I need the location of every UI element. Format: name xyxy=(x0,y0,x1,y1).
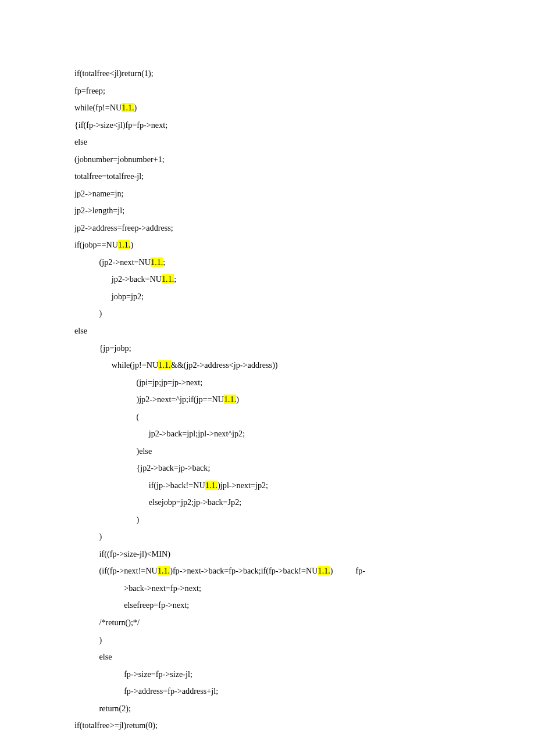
highlighted-text: 1.1. xyxy=(122,103,134,112)
highlighted-text: 1.1. xyxy=(205,481,217,490)
code-line: jp2->back=NU1.1.; xyxy=(74,271,465,288)
highlighted-text: 1.1. xyxy=(158,566,170,575)
code-line: if(jp->back!=NU1.1.)jpl->next=jp2; xyxy=(74,477,465,495)
code-line: else xyxy=(74,323,465,340)
code-line: fp->address=fp->address+jl; xyxy=(74,683,465,700)
code-line: elsejobp=jp2;jp->back=Jp2; xyxy=(74,494,465,511)
code-line: jp2->name=jn; xyxy=(74,185,465,203)
code-line: jobp=jp2; xyxy=(74,288,465,306)
code-line: if(jobp==NU1.1.) xyxy=(74,237,465,254)
code-line: {if(fp->size<jl)fp=fp->next; xyxy=(74,117,465,134)
code-line: while(jp!=NU1.1.&&(jp2->address<jp->addr… xyxy=(74,357,465,374)
code-line: (jpi=jp;jp=jp->next; xyxy=(74,374,465,392)
code-line: else xyxy=(74,134,465,151)
code-line: ) xyxy=(74,632,465,649)
code-line: fp=freep; xyxy=(74,83,465,100)
code-line: jp2->back=jpl;jpl->next^jp2; xyxy=(74,425,465,443)
code-block: if(totalfree<jl)return(1);fp=freep;while… xyxy=(74,65,465,734)
code-line: while(fp!=NU1.1.) xyxy=(74,99,465,117)
highlighted-text: 1.1. xyxy=(162,274,174,284)
code-line: totalfree=totalfree-jl; xyxy=(74,168,465,185)
code-line: ) xyxy=(74,511,465,529)
code-line: {jp=jobp; xyxy=(74,340,465,357)
code-line: >back->next=fp->next; xyxy=(74,580,465,597)
code-line: /*return();*/ xyxy=(74,614,465,632)
code-line: jp2->length=jl; xyxy=(74,202,465,220)
code-line: )else xyxy=(74,443,465,460)
code-line: (jp2->next=NU1.1.; xyxy=(74,254,465,271)
highlighted-text: 1.1. xyxy=(158,360,170,370)
highlighted-text: 1.1. xyxy=(224,395,236,404)
highlighted-text: 1.1. xyxy=(318,566,330,575)
code-line: ) xyxy=(74,305,465,323)
document-page: if(totalfree<jl)return(1);fp=freep;while… xyxy=(0,0,535,756)
code-line: if(totalfree<jl)return(1); xyxy=(74,65,465,83)
code-line: elsefreep=fp->next; xyxy=(74,597,465,614)
code-line: )jp2->next=^jp;if(jp==NU1.1.) xyxy=(74,391,465,409)
code-line: {jp2->back=jp->back; xyxy=(74,460,465,477)
code-line: if(totalfree>=jl)retum(0); xyxy=(74,717,465,734)
code-line: (jobnumber=jobnumber+1; xyxy=(74,151,465,169)
code-line: if((fp->size-jl)<MIN) xyxy=(74,546,465,563)
code-line: ) xyxy=(74,528,465,546)
highlighted-text: 1.1. xyxy=(151,257,163,267)
code-line: jp2->address=freep->address; xyxy=(74,220,465,237)
code-line: (if(fp->next!=NU1.1.)fp->next->back=fp->… xyxy=(74,562,465,580)
code-line: fp->size=fp->size-jl; xyxy=(74,666,465,683)
code-line: ( xyxy=(74,409,465,426)
code-line: return(2); xyxy=(74,700,465,718)
code-line: else xyxy=(74,648,465,666)
highlighted-text: 1.1. xyxy=(118,240,130,249)
